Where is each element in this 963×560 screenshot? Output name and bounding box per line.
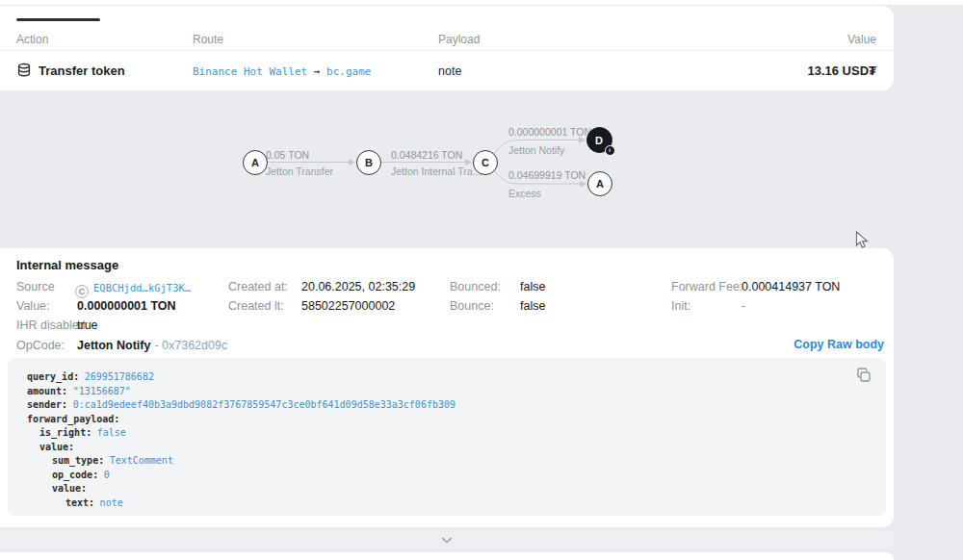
table-row[interactable]: Transfer token Binance Hot Wallet → bc.g… bbox=[0, 51, 894, 90]
field-value-bounce: false bbox=[520, 299, 545, 313]
code-key: query_id: bbox=[27, 371, 79, 382]
column-header-route: Route bbox=[193, 33, 223, 46]
source-value[interactable]: CEQBCHjdd…kGjT3K… bbox=[75, 278, 191, 298]
edge-amount: 0.04699919 TON bbox=[508, 169, 586, 181]
code-key: forward_payload: bbox=[27, 414, 119, 424]
payload-cell: note bbox=[438, 64, 461, 78]
database-icon bbox=[16, 63, 32, 78]
field-value-created-lt: 58502257000002 bbox=[301, 299, 395, 313]
field-value-bounced: false bbox=[520, 280, 545, 293]
field-value-opcode: Jetton Notify- 0x7362d09c bbox=[77, 339, 227, 352]
code-value: 269951786682 bbox=[85, 371, 154, 382]
internal-message-panel: Internal message Source CEQBCHjdd…kGjT3K… bbox=[0, 248, 894, 527]
edge-description: Jetton Internal Tra… bbox=[391, 165, 482, 177]
field-label-bounce: Bounce: bbox=[450, 299, 494, 313]
field-value-init: - bbox=[742, 299, 745, 313]
field-value-ihr-disabled: true bbox=[77, 318, 98, 332]
source-address-link[interactable]: EQBCHjdd…kGjT3K… bbox=[93, 282, 191, 293]
field-label-init: Init: bbox=[671, 299, 690, 313]
code-value: false bbox=[97, 427, 126, 438]
code-value: "13156687" bbox=[73, 386, 131, 396]
expand-section-button[interactable] bbox=[0, 530, 894, 549]
node-account-a2[interactable]: A bbox=[587, 171, 612, 196]
field-value-value: 0.000000001 TON bbox=[77, 299, 176, 313]
code-key: value: bbox=[39, 442, 74, 452]
field-label-forward-fee: Forward Fee: bbox=[671, 280, 742, 293]
edge-description: Jetton Transfer bbox=[266, 165, 333, 177]
field-value-forward-fee: 0.000414937 TON bbox=[742, 280, 840, 293]
node-account-c[interactable]: C bbox=[473, 150, 498, 175]
field-label-source: Source bbox=[16, 280, 55, 293]
active-tab-indicator bbox=[16, 18, 100, 21]
code-value: 0 bbox=[104, 470, 110, 480]
opcode-hex: - 0x7362d09c bbox=[154, 339, 227, 352]
edge-description: Jetton Notify bbox=[508, 144, 564, 156]
actions-table-card: Action Route Payload Value Transfer toke… bbox=[0, 6, 894, 90]
field-label-value: Value: bbox=[16, 299, 50, 313]
copy-raw-body-button[interactable]: Copy Raw body bbox=[794, 338, 884, 351]
code-key: sender: bbox=[27, 399, 67, 410]
edge-amount: 0.05 TON bbox=[266, 149, 309, 161]
code-key: is_right: bbox=[39, 427, 91, 438]
code-key: value: bbox=[52, 483, 87, 494]
edge-description: Excess bbox=[508, 188, 541, 199]
code-key: op_code: bbox=[52, 470, 98, 480]
node-account-d-current[interactable]: D i bbox=[586, 127, 612, 153]
payload-code-block: query_id:269951786682 amount:"13156687" … bbox=[8, 358, 886, 516]
node-account-b[interactable]: B bbox=[356, 150, 381, 175]
column-header-payload: Payload bbox=[438, 33, 480, 46]
next-section-card bbox=[0, 552, 894, 560]
edge-amount: 0.000000001 TON bbox=[508, 126, 591, 138]
route-from-link[interactable]: Binance Hot Wallet bbox=[193, 65, 307, 78]
column-header-action: Action bbox=[16, 33, 48, 46]
code-value: TextComment bbox=[110, 455, 173, 466]
panel-title: Internal message bbox=[16, 258, 118, 272]
field-label-created-at: Created at: bbox=[228, 280, 288, 293]
code-key: sum_type: bbox=[52, 455, 104, 466]
code-key: text: bbox=[65, 497, 94, 508]
code-value: 0:ca1d9edeef40b3a9dbd9082f3767859547c3ce… bbox=[73, 399, 455, 410]
field-label-created-lt: Created lt: bbox=[228, 299, 284, 313]
node-account-a[interactable]: A bbox=[243, 150, 268, 175]
node-letter: D bbox=[595, 135, 603, 146]
field-value-created-at: 20.06.2025, 02:35:29 bbox=[301, 280, 415, 293]
field-label-opcode: OpCode: bbox=[16, 339, 65, 352]
route-to-link[interactable]: bc.game bbox=[326, 65, 371, 78]
column-header-value: Value bbox=[847, 33, 876, 46]
route-cell: Binance Hot Wallet → bc.game bbox=[193, 65, 371, 78]
edge-amount: 0.0484216 TON bbox=[391, 149, 462, 161]
code-key: amount: bbox=[27, 386, 67, 396]
opcode-name: Jetton Notify bbox=[77, 339, 150, 352]
transaction-flow-diagram: 0.05 TON Jetton Transfer 0.0484216 TON J… bbox=[221, 111, 626, 216]
contract-badge-icon: C bbox=[75, 285, 89, 298]
code-value: note bbox=[100, 497, 123, 508]
route-arrow: → bbox=[314, 65, 321, 78]
value-cell: 13.16 USD₮ bbox=[807, 64, 876, 78]
action-label: Transfer token bbox=[39, 64, 125, 78]
copy-icon[interactable] bbox=[855, 367, 872, 384]
chevron-down-icon bbox=[441, 537, 453, 544]
field-label-bounced: Bounced: bbox=[450, 280, 501, 293]
token-badge-icon: i bbox=[605, 145, 615, 156]
